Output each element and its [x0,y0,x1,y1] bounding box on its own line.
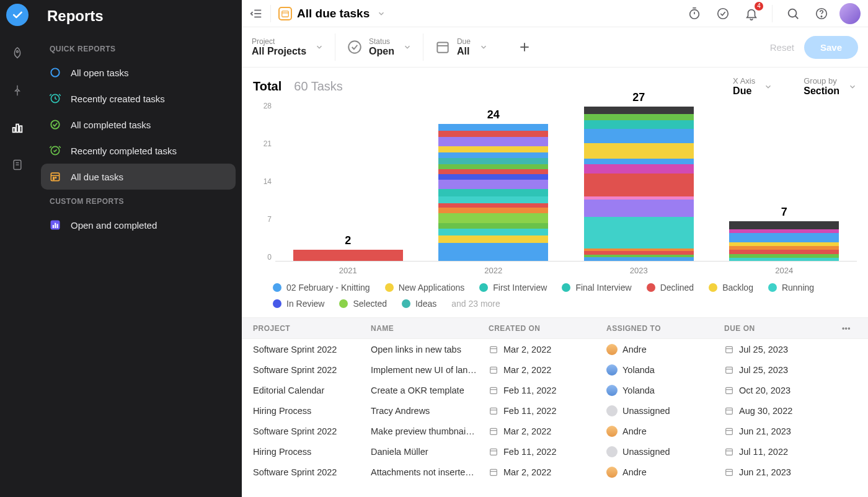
calendar-icon [48,170,62,183]
sidebar-item-label: All completed tasks [71,120,151,130]
sidebar-item[interactable]: Recently completed tasks [41,138,236,164]
collapse-sidebar-button[interactable] [249,7,263,20]
filter-label: Due [457,37,471,46]
legend-item[interactable]: New Applications [385,283,465,292]
bar-segment [729,221,839,230]
table-row[interactable]: Software Sprint 2022Attachments not inse… [242,462,868,482]
legend-item[interactable]: In Review [273,299,324,309]
reset-button[interactable]: Reset [760,37,804,58]
th-project[interactable]: PROJECT [253,324,371,333]
cell-assignee: Unassigned [606,446,724,457]
x-axis-select[interactable]: X Axis Due [733,76,773,97]
sidebar-item[interactable]: All due tasks [41,164,236,190]
completed-button[interactable] [712,3,733,24]
bar-segment [438,203,548,208]
legend-item[interactable]: Backlog [709,283,753,292]
document-icon[interactable] [7,155,27,175]
bar-segment [438,196,548,203]
total-count: 60 Tasks [294,79,343,94]
cell-name: Create a OKR template [371,385,489,395]
save-button[interactable]: Save [804,36,858,59]
chart-container: 28211470 224277 2021202220232024 [242,99,868,275]
bar-segment [438,243,548,261]
legend-item[interactable]: Ideas [402,299,436,309]
sidebar-item[interactable]: All open tasks [41,59,236,86]
notifications-button[interactable]: 4 [741,3,762,24]
topbar: All due tasks 4 [242,0,868,27]
cell-created: Mar 2, 2022 [489,426,606,436]
svg-rect-59 [490,449,497,455]
chart-bar[interactable]: 2 [284,102,412,261]
add-filter-button[interactable] [514,37,535,58]
table-row[interactable]: Software Sprint 2022Make preview thumbna… [242,421,868,441]
filter-label: Status [369,37,394,46]
cell-created: Feb 11, 2022 [489,406,606,416]
calendar-icon [724,365,734,375]
chart-bar[interactable]: 27 [575,102,702,261]
sidebar-item[interactable]: Open and completed [41,212,236,238]
pin-icon[interactable] [7,81,27,100]
table-row[interactable]: Hiring ProcessTracy AndrewsFeb 11, 2022U… [242,400,868,421]
th-due[interactable]: DUE ON [724,324,832,333]
bar-stack [584,107,694,261]
filter-status[interactable]: StatusOpen [347,33,423,61]
cell-assignee: Andre [606,426,724,437]
svg-point-29 [718,8,728,19]
sidebar-item[interactable]: All completed tasks [41,112,236,138]
help-button[interactable] [811,3,832,24]
chart-bar[interactable]: 7 [720,102,848,261]
legend-item[interactable]: Declined [647,283,694,292]
legend-more[interactable]: and 23 more [451,299,500,309]
svg-rect-49 [726,387,733,394]
legend-item[interactable]: Final Interview [562,283,631,292]
calendar-icon [435,39,451,55]
cell-created: Feb 11, 2022 [489,385,606,395]
svg-rect-24 [282,11,289,16]
calendar-icon [489,426,498,436]
calendar-icon [724,406,734,416]
legend-item[interactable]: Selected [339,299,386,309]
sidebar: Reports QUICK REPORTSAll open tasksRecen… [35,0,242,497]
x-axis-value: Due [733,86,755,97]
chevron-down-icon [848,82,857,91]
th-name[interactable]: NAME [371,324,489,333]
legend-item[interactable]: Running [768,283,814,292]
table-row[interactable]: Software Sprint 2022Open links in new ta… [242,339,868,359]
cell-project: Hiring Process [253,406,371,416]
bar-segment [438,137,548,146]
table-more-button[interactable]: ••• [832,324,857,333]
page-title-group[interactable]: All due tasks [278,7,386,20]
calendar-icon [489,365,498,375]
cell-due: Jul 25, 2023 [724,345,832,354]
bar-stack [729,221,839,261]
chart-bar[interactable]: 24 [430,102,557,261]
bar-segment [584,120,694,130]
rocket-icon[interactable] [7,43,27,63]
check-circle-icon [347,39,363,55]
th-assigned[interactable]: ASSIGNED TO [606,324,724,333]
chart-x-axis: 2021202220232024 [275,266,857,275]
reports-icon[interactable] [7,118,27,138]
filter-due[interactable]: DueAll [435,33,499,61]
legend-label: 02 February - Knitting [286,283,370,292]
legend-label: First Interview [493,283,547,292]
search-button[interactable] [782,3,804,24]
app-logo-icon[interactable] [6,4,29,26]
user-avatar[interactable] [839,3,861,24]
table-row[interactable]: Software Sprint 2022Implement new UI of … [242,359,868,380]
filter-project[interactable]: ProjectAll Projects [252,33,335,61]
timer-button[interactable] [684,3,705,24]
svg-rect-45 [726,367,733,373]
sidebar-item[interactable]: Recently created tasks [41,86,236,112]
legend-item[interactable]: First Interview [479,283,547,292]
group-by-select[interactable]: Group by Section [804,76,857,97]
table-row[interactable]: Hiring ProcessDaniela MüllerFeb 11, 2022… [242,441,868,462]
legend-label: Running [782,283,814,292]
table-row[interactable]: Editorial CalendarCreate a OKR templateF… [242,380,868,400]
th-created[interactable]: CREATED ON [489,324,606,333]
cell-due: Jun 21, 2023 [724,426,832,436]
calendar-icon [724,426,734,436]
legend-item[interactable]: 02 February - Knitting [273,283,370,292]
bar-segment [584,164,694,174]
chevron-down-icon [479,43,488,51]
